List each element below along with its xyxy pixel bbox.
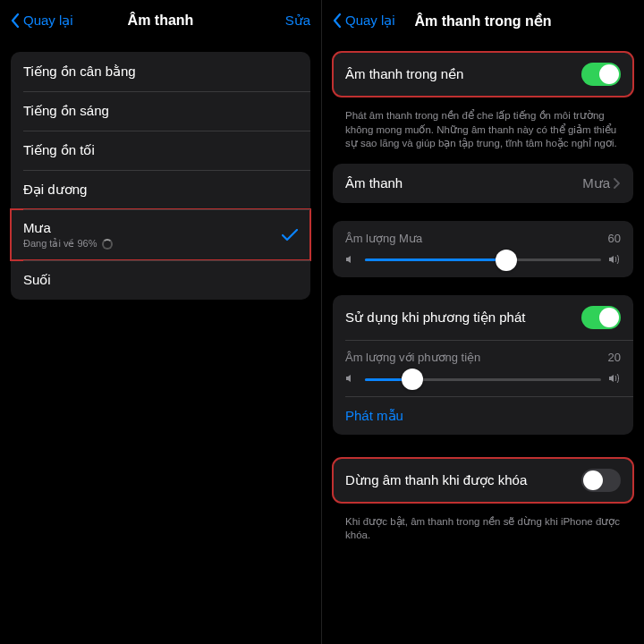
spinner-icon: [102, 239, 113, 250]
sound-label: Tiếng ồn cân bằng: [23, 64, 298, 80]
sound-label: Suối: [23, 272, 298, 288]
lock-label: Dừng âm thanh khi được khóa: [345, 472, 581, 488]
navbar-right: Quay lại Âm thanh trong nền: [322, 0, 644, 39]
media-volume-value: 20: [608, 351, 621, 364]
media-toggle-label: Sử dụng khi phương tiện phát: [345, 309, 581, 326]
chevron-right-icon: [614, 178, 621, 189]
sound-item[interactable]: Tiếng ồn tối: [11, 131, 310, 170]
back-button[interactable]: Quay lại: [11, 13, 73, 29]
sound-item[interactable]: Tiếng ồn sáng: [11, 91, 310, 131]
sound-label: Tiếng ồn tối: [23, 142, 298, 158]
volume-high-icon: [608, 254, 621, 267]
volume-value: 60: [608, 232, 621, 245]
volume-high-icon: [608, 373, 621, 386]
slider-thumb[interactable]: [402, 369, 423, 390]
bg-sound-group: Âm thanh trong nền: [333, 52, 633, 97]
volume-low-icon: [345, 254, 358, 267]
sound-select-group: Âm thanh Mưa: [333, 164, 633, 203]
media-toggle[interactable]: [581, 306, 621, 329]
sound-col: Mưa Đang tải về 96%: [23, 220, 282, 250]
media-toggle-row[interactable]: Sử dụng khi phương tiện phát: [333, 295, 633, 340]
lock-desc: Khi được bật, âm thanh trong nền sẽ dừng…: [333, 510, 633, 555]
chevron-back-icon: [11, 13, 20, 28]
back-label: Quay lại: [23, 13, 73, 29]
content-left: Tiếng ồn cân bằng Tiếng ồn sáng Tiếng ồn…: [0, 39, 321, 644]
sound-select-value: Mưa: [582, 175, 610, 191]
back-button[interactable]: Quay lại: [333, 13, 395, 29]
volume-row: Âm lượng Mưa 60: [333, 221, 633, 277]
edit-button[interactable]: Sửa: [285, 13, 310, 29]
media-volume-row: Âm lượng với phương tiện 20: [333, 340, 633, 396]
sound-item[interactable]: Đại dương: [11, 170, 310, 209]
media-volume-head: Âm lượng với phương tiện 20: [345, 351, 621, 364]
media-volume-label: Âm lượng với phương tiện: [345, 351, 480, 364]
bg-sound-label: Âm thanh trong nền: [345, 66, 581, 82]
content-right: Âm thanh trong nền Phát âm thanh trong n…: [322, 39, 644, 644]
volume-group: Âm lượng Mưa 60: [333, 221, 633, 277]
sound-item[interactable]: Tiếng ồn cân bằng: [11, 52, 310, 91]
bg-sound-toggle[interactable]: [581, 63, 621, 86]
back-label: Quay lại: [345, 13, 395, 29]
slider-bar[interactable]: [365, 258, 601, 261]
bg-sound-row[interactable]: Âm thanh trong nền: [333, 52, 633, 97]
slider-thumb[interactable]: [496, 250, 517, 271]
page-title: Âm thanh: [128, 13, 194, 29]
play-sample-button[interactable]: Phát mẫu: [333, 397, 633, 435]
chevron-back-icon: [333, 13, 342, 28]
download-status: Đang tải về 96%: [23, 238, 282, 250]
phone-right: Quay lại Âm thanh trong nền Âm thanh tro…: [322, 0, 644, 644]
media-volume-slider[interactable]: [345, 373, 621, 386]
sound-select-label: Âm thanh: [345, 175, 582, 191]
volume-low-icon: [345, 373, 358, 386]
checkmark-icon: [282, 229, 298, 242]
bg-sound-desc: Phát âm thanh trong nền để che lấp tiếng…: [333, 104, 633, 164]
lock-toggle[interactable]: [581, 469, 621, 492]
volume-head: Âm lượng Mưa 60: [345, 232, 621, 245]
sound-list: Tiếng ồn cân bằng Tiếng ồn sáng Tiếng ồn…: [11, 52, 310, 300]
navbar-left: Quay lại Âm thanh Sửa: [0, 0, 321, 39]
page-title: Âm thanh trong nền: [414, 13, 551, 30]
phone-left: Quay lại Âm thanh Sửa Tiếng ồn cân bằng …: [0, 0, 322, 644]
download-text: Đang tải về 96%: [23, 238, 97, 250]
sound-select-row[interactable]: Âm thanh Mưa: [333, 164, 633, 203]
sound-item-selected[interactable]: Mưa Đang tải về 96%: [11, 209, 310, 260]
sound-label: Tiếng ồn sáng: [23, 103, 298, 119]
slider-bar[interactable]: [365, 378, 601, 381]
slider-fill: [365, 258, 506, 261]
sound-label: Đại dương: [23, 182, 298, 198]
media-group: Sử dụng khi phương tiện phát Âm lượng vớ…: [333, 295, 633, 435]
lock-group: Dừng âm thanh khi được khóa: [333, 458, 633, 503]
sound-item[interactable]: Suối: [11, 260, 310, 300]
lock-row[interactable]: Dừng âm thanh khi được khóa: [333, 458, 633, 503]
volume-label: Âm lượng Mưa: [345, 232, 422, 245]
sound-label: Mưa: [23, 220, 282, 236]
volume-slider[interactable]: [345, 254, 621, 267]
